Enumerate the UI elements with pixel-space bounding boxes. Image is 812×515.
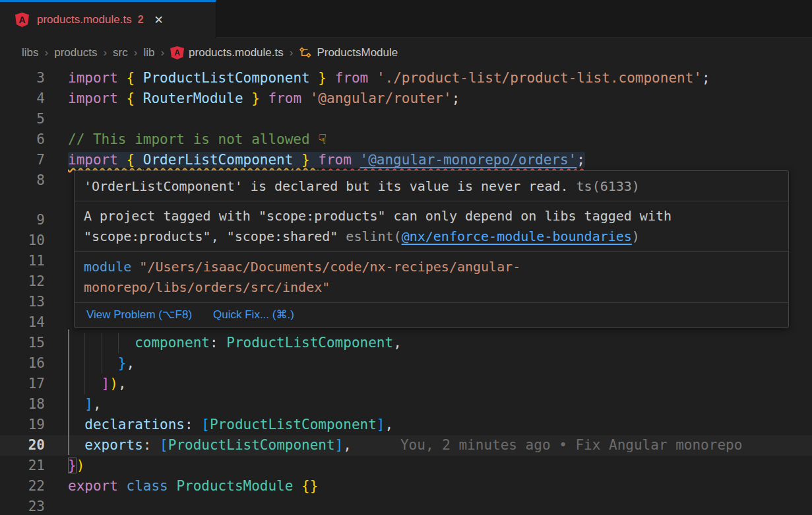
token: ProductListComponent xyxy=(210,417,377,432)
line-number[interactable]: 3 xyxy=(0,68,68,88)
token: ] xyxy=(102,376,110,392)
line-number[interactable]: 11 xyxy=(0,251,68,271)
code-line[interactable]: 22export class ProductsModule {} xyxy=(0,476,812,497)
code-line[interactable]: 17 ]), xyxy=(0,374,812,394)
quick-fix-action[interactable]: Quick Fix... (⌘.) xyxy=(213,308,294,321)
hover-text: "/Users/isaac/Documents/code/nx-recipes/… xyxy=(139,259,520,275)
code-content[interactable]: ], xyxy=(68,394,812,415)
hover-line: 'OrderListComponent' is declared but its… xyxy=(84,176,779,197)
token: from xyxy=(268,90,310,106)
hover-text: "scope:products", "scope:shared" xyxy=(84,228,346,244)
breadcrumb-label: src xyxy=(113,46,128,59)
breadcrumb-item-products[interactable]: products xyxy=(54,46,97,59)
code-line[interactable]: 3import { ProductListComponent } from '.… xyxy=(0,68,812,88)
breadcrumb-item-lib[interactable]: lib xyxy=(143,46,154,59)
line-number[interactable]: 15 xyxy=(0,333,68,353)
breadcrumb-item-products-module-ts[interactable]: Aproducts.module.ts xyxy=(170,46,284,59)
token: RouterModule xyxy=(143,90,243,106)
code-content[interactable]: }, xyxy=(68,353,812,374)
hover-line: monorepo/libs/orders/src/index" xyxy=(84,277,779,298)
hover-rule-link[interactable]: @nx/enforce-module-boundaries xyxy=(402,228,632,244)
line-number[interactable]: 12 xyxy=(0,271,68,292)
code-content[interactable]: import { OrderListComponent } from '@ang… xyxy=(68,150,812,170)
token: } xyxy=(318,70,327,86)
line-number[interactable]: 7 xyxy=(0,150,68,170)
view-problem-action[interactable]: View Problem (⌥F8) xyxy=(86,308,192,321)
hover-line: A project tagged with "scope:products" c… xyxy=(84,206,779,226)
token: ; xyxy=(452,90,460,106)
code-line[interactable]: 19 declarations: [ProductListComponent], xyxy=(0,415,812,435)
token: '@angular/router' xyxy=(310,90,452,106)
hover-text: monorepo/libs/orders/src/index" xyxy=(84,279,330,295)
close-icon[interactable]: ✕ xyxy=(154,13,164,27)
code-content[interactable]: // This import is not allowed ☟ xyxy=(68,129,812,150)
code-line[interactable]: 7import { OrderListComponent } from '@an… xyxy=(0,150,812,170)
hover-section-3: module "/Users/isaac/Documents/code/nx-r… xyxy=(75,252,788,303)
token: } xyxy=(251,90,260,106)
code-content[interactable]: export class ProductsModule {} xyxy=(68,476,812,497)
chevron-right-icon: › xyxy=(45,46,49,59)
code-line[interactable]: 6// This import is not allowed ☟ xyxy=(0,129,812,150)
line-number[interactable]: 4 xyxy=(0,88,68,109)
code-line[interactable]: 5 xyxy=(0,109,812,129)
line-number[interactable]: 17 xyxy=(0,374,68,394)
line-number[interactable]: 8 xyxy=(0,170,68,191)
code-content[interactable] xyxy=(68,497,812,515)
line-number[interactable]: 14 xyxy=(0,312,68,333)
line-number[interactable]: 16 xyxy=(0,353,68,374)
code-content[interactable]: component: ProductListComponent, xyxy=(68,333,812,353)
breadcrumb-item-productsmodule[interactable]: ProductsModule xyxy=(299,46,398,59)
hover-actions: View Problem (⌥F8)Quick Fix... (⌘.) xyxy=(75,303,788,327)
line-number[interactable]: 22 xyxy=(0,476,68,497)
indent-guide xyxy=(84,333,85,353)
code-content[interactable] xyxy=(68,109,812,129)
line-number[interactable]: 23 xyxy=(0,497,68,515)
line-number[interactable]: 19 xyxy=(0,415,68,435)
hover-line: "scope:products", "scope:shared" eslint(… xyxy=(84,226,779,247)
code-content[interactable]: import { RouterModule } from '@angular/r… xyxy=(68,88,812,109)
line-number[interactable]: 20 xyxy=(0,435,68,456)
breadcrumb-label: products.module.ts xyxy=(189,46,284,59)
code-line[interactable]: 18 ], xyxy=(0,394,812,415)
code-line[interactable]: 4import { RouterModule } from '@angular/… xyxy=(0,88,812,109)
breadcrumb-item-libs[interactable]: libs xyxy=(22,46,39,59)
token xyxy=(310,70,319,86)
code-line[interactable]: 16 }, xyxy=(0,353,812,374)
token: {} xyxy=(301,478,318,494)
line-number[interactable]: 9 xyxy=(0,210,68,230)
code-content[interactable]: ]), xyxy=(68,374,812,394)
code-content[interactable]: }) xyxy=(68,456,812,476)
tab-problem-badge: 2 xyxy=(138,14,144,26)
line-number[interactable]: 18 xyxy=(0,394,68,415)
breadcrumb-item-src[interactable]: src xyxy=(113,46,128,59)
code-content[interactable]: import { ProductListComponent } from './… xyxy=(68,68,812,88)
token: exports xyxy=(84,437,143,453)
code-line[interactable]: 20 exports: [ProductListComponent],You, … xyxy=(0,435,812,456)
line-number[interactable]: 5 xyxy=(0,109,68,129)
tab-products-module[interactable]: A products.module.ts 2 ✕ xyxy=(0,0,216,38)
indent-guide xyxy=(84,374,85,394)
line-number[interactable]: 10 xyxy=(0,230,68,251)
token: class xyxy=(127,478,177,494)
token: { xyxy=(127,152,143,168)
class-symbol-icon xyxy=(299,46,312,59)
token: { xyxy=(127,70,143,86)
token: : xyxy=(210,335,226,351)
vscode-window: { "tab": { "title": "products.module.ts"… xyxy=(0,0,812,515)
line-number[interactable]: 6 xyxy=(0,129,68,150)
breadcrumb-label: products xyxy=(54,46,97,59)
code-content[interactable]: declarations: [ProductListComponent], xyxy=(68,415,812,435)
token: // This import is not allowed xyxy=(68,131,318,147)
indent-guide xyxy=(84,353,85,374)
token: , xyxy=(385,417,394,432)
code-line[interactable]: 21}) xyxy=(0,456,812,476)
git-blame-annotation: You, 2 minutes ago • Fix Angular monorep… xyxy=(400,437,742,453)
line-number[interactable]: 21 xyxy=(0,456,68,476)
hover-sections: 'OrderListComponent' is declared but its… xyxy=(75,171,788,303)
token: ; xyxy=(702,70,710,86)
code-line[interactable]: 15 component: ProductListComponent, xyxy=(0,333,812,353)
code-line[interactable]: 23 xyxy=(0,497,812,515)
line-number[interactable]: 13 xyxy=(0,292,68,312)
code-content[interactable]: exports: [ProductListComponent],You, 2 m… xyxy=(68,435,812,456)
error-squiggle-range: import { OrderListComponent } from '@ang… xyxy=(68,152,585,168)
